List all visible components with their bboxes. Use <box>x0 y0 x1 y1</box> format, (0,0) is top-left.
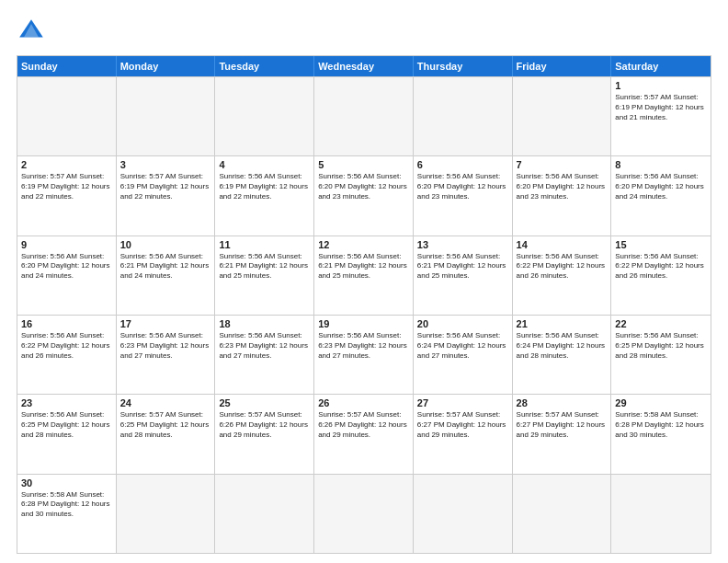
day-info: Sunrise: 5:56 AM Sunset: 6:20 PM Dayligh… <box>615 172 707 201</box>
day-cell-23: 23Sunrise: 5:56 AM Sunset: 6:25 PM Dayli… <box>17 395 117 473</box>
page: SundayMondayTuesdayWednesdayThursdayFrid… <box>0 0 728 563</box>
empty-cell <box>117 475 216 553</box>
empty-cell <box>414 475 513 553</box>
day-number: 23 <box>21 397 112 408</box>
day-info: Sunrise: 5:56 AM Sunset: 6:22 PM Dayligh… <box>21 331 112 361</box>
calendar-week-1: 1Sunrise: 5:57 AM Sunset: 6:19 PM Daylig… <box>17 76 711 155</box>
day-info: Sunrise: 5:56 AM Sunset: 6:20 PM Dayligh… <box>21 252 112 282</box>
day-number: 7 <box>517 159 608 170</box>
day-cell-21: 21Sunrise: 5:56 AM Sunset: 6:24 PM Dayli… <box>513 316 612 394</box>
day-number: 2 <box>21 159 112 170</box>
day-cell-15: 15Sunrise: 5:56 AM Sunset: 6:22 PM Dayli… <box>611 236 711 315</box>
day-cell-4: 4Sunrise: 5:56 AM Sunset: 6:19 PM Daylig… <box>215 156 314 235</box>
empty-cell <box>611 475 711 553</box>
day-number: 29 <box>615 397 707 408</box>
day-cell-14: 14Sunrise: 5:56 AM Sunset: 6:22 PM Dayli… <box>513 236 612 315</box>
calendar-week-3: 9Sunrise: 5:56 AM Sunset: 6:20 PM Daylig… <box>17 236 711 315</box>
day-number: 27 <box>417 397 508 408</box>
empty-cell <box>513 77 612 155</box>
day-info: Sunrise: 5:56 AM Sunset: 6:24 PM Dayligh… <box>417 331 508 361</box>
day-cell-2: 2Sunrise: 5:57 AM Sunset: 6:19 PM Daylig… <box>17 156 117 235</box>
calendar-week-5: 23Sunrise: 5:56 AM Sunset: 6:25 PM Dayli… <box>17 394 711 473</box>
calendar: SundayMondayTuesdayWednesdayThursdayFrid… <box>17 55 711 554</box>
day-info: Sunrise: 5:56 AM Sunset: 6:24 PM Dayligh… <box>517 331 608 361</box>
day-number: 15 <box>615 239 707 250</box>
day-cell-6: 6Sunrise: 5:56 AM Sunset: 6:20 PM Daylig… <box>414 156 513 235</box>
day-cell-7: 7Sunrise: 5:56 AM Sunset: 6:20 PM Daylig… <box>513 156 612 235</box>
day-cell-11: 11Sunrise: 5:56 AM Sunset: 6:21 PM Dayli… <box>215 236 314 315</box>
calendar-body: 1Sunrise: 5:57 AM Sunset: 6:19 PM Daylig… <box>17 76 711 553</box>
day-number: 25 <box>219 397 310 408</box>
calendar-week-4: 16Sunrise: 5:56 AM Sunset: 6:22 PM Dayli… <box>17 315 711 394</box>
day-number: 3 <box>120 159 211 170</box>
day-cell-1: 1Sunrise: 5:57 AM Sunset: 6:19 PM Daylig… <box>611 77 711 155</box>
day-info: Sunrise: 5:56 AM Sunset: 6:20 PM Dayligh… <box>318 172 409 201</box>
day-cell-5: 5Sunrise: 5:56 AM Sunset: 6:20 PM Daylig… <box>314 156 414 235</box>
day-number: 13 <box>417 239 508 250</box>
empty-cell <box>215 77 314 155</box>
empty-cell <box>314 475 414 553</box>
header-day-thursday: Thursday <box>414 56 513 76</box>
day-cell-3: 3Sunrise: 5:57 AM Sunset: 6:19 PM Daylig… <box>117 156 216 235</box>
day-info: Sunrise: 5:56 AM Sunset: 6:21 PM Dayligh… <box>318 252 409 282</box>
empty-cell <box>414 77 513 155</box>
header-day-sunday: Sunday <box>17 56 117 76</box>
day-cell-12: 12Sunrise: 5:56 AM Sunset: 6:21 PM Dayli… <box>314 236 414 315</box>
day-number: 4 <box>219 159 310 170</box>
day-number: 5 <box>318 159 409 170</box>
empty-cell <box>513 475 612 553</box>
day-cell-17: 17Sunrise: 5:56 AM Sunset: 6:23 PM Dayli… <box>117 316 216 394</box>
day-cell-13: 13Sunrise: 5:56 AM Sunset: 6:21 PM Dayli… <box>414 236 513 315</box>
header <box>17 17 711 46</box>
header-day-friday: Friday <box>513 56 612 76</box>
day-number: 6 <box>417 159 508 170</box>
day-cell-30: 30Sunrise: 5:58 AM Sunset: 6:28 PM Dayli… <box>17 475 117 553</box>
day-number: 17 <box>120 318 211 329</box>
day-info: Sunrise: 5:58 AM Sunset: 6:28 PM Dayligh… <box>21 490 112 520</box>
day-cell-25: 25Sunrise: 5:57 AM Sunset: 6:26 PM Dayli… <box>215 395 314 473</box>
logo <box>17 17 50 46</box>
day-info: Sunrise: 5:57 AM Sunset: 6:26 PM Dayligh… <box>219 410 310 440</box>
day-info: Sunrise: 5:56 AM Sunset: 6:22 PM Dayligh… <box>517 252 608 282</box>
day-number: 14 <box>517 239 608 250</box>
day-number: 21 <box>517 318 608 329</box>
logo-icon <box>17 17 46 46</box>
day-info: Sunrise: 5:56 AM Sunset: 6:25 PM Dayligh… <box>615 331 707 361</box>
day-cell-28: 28Sunrise: 5:57 AM Sunset: 6:27 PM Dayli… <box>513 395 612 473</box>
day-number: 26 <box>318 397 409 408</box>
empty-cell <box>17 77 117 155</box>
day-number: 19 <box>318 318 409 329</box>
day-info: Sunrise: 5:57 AM Sunset: 6:19 PM Dayligh… <box>21 172 112 201</box>
empty-cell <box>314 77 414 155</box>
day-number: 22 <box>615 318 707 329</box>
day-number: 1 <box>615 80 707 91</box>
day-number: 20 <box>417 318 508 329</box>
day-info: Sunrise: 5:56 AM Sunset: 6:20 PM Dayligh… <box>517 172 608 201</box>
day-cell-8: 8Sunrise: 5:56 AM Sunset: 6:20 PM Daylig… <box>611 156 711 235</box>
calendar-week-6: 30Sunrise: 5:58 AM Sunset: 6:28 PM Dayli… <box>17 474 711 553</box>
day-info: Sunrise: 5:56 AM Sunset: 6:22 PM Dayligh… <box>615 252 707 282</box>
day-info: Sunrise: 5:57 AM Sunset: 6:19 PM Dayligh… <box>615 93 707 122</box>
day-number: 9 <box>21 239 112 250</box>
empty-cell <box>117 77 216 155</box>
day-info: Sunrise: 5:56 AM Sunset: 6:25 PM Dayligh… <box>21 410 112 440</box>
day-info: Sunrise: 5:57 AM Sunset: 6:27 PM Dayligh… <box>517 410 608 440</box>
day-number: 18 <box>219 318 310 329</box>
day-info: Sunrise: 5:56 AM Sunset: 6:21 PM Dayligh… <box>417 252 508 282</box>
day-cell-19: 19Sunrise: 5:56 AM Sunset: 6:23 PM Dayli… <box>314 316 414 394</box>
header-day-tuesday: Tuesday <box>215 56 314 76</box>
day-number: 12 <box>318 239 409 250</box>
day-number: 30 <box>21 477 112 488</box>
day-info: Sunrise: 5:56 AM Sunset: 6:23 PM Dayligh… <box>120 331 211 361</box>
day-info: Sunrise: 5:57 AM Sunset: 6:27 PM Dayligh… <box>417 410 508 440</box>
day-cell-10: 10Sunrise: 5:56 AM Sunset: 6:21 PM Dayli… <box>117 236 216 315</box>
empty-cell <box>215 475 314 553</box>
day-cell-24: 24Sunrise: 5:57 AM Sunset: 6:25 PM Dayli… <box>117 395 216 473</box>
day-cell-16: 16Sunrise: 5:56 AM Sunset: 6:22 PM Dayli… <box>17 316 117 394</box>
header-day-monday: Monday <box>117 56 216 76</box>
day-info: Sunrise: 5:57 AM Sunset: 6:25 PM Dayligh… <box>120 410 211 440</box>
day-number: 24 <box>120 397 211 408</box>
day-cell-22: 22Sunrise: 5:56 AM Sunset: 6:25 PM Dayli… <box>611 316 711 394</box>
day-number: 11 <box>219 239 310 250</box>
calendar-header: SundayMondayTuesdayWednesdayThursdayFrid… <box>17 56 711 76</box>
